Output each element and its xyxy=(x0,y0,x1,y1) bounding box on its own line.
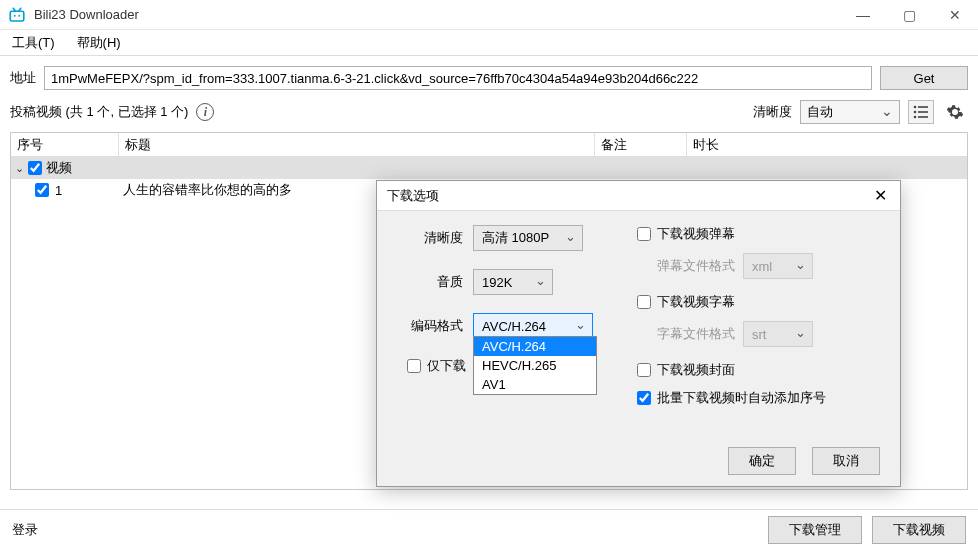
titlebar: Bili23 Downloader — ▢ ✕ xyxy=(0,0,978,30)
app-title: Bili23 Downloader xyxy=(34,7,139,22)
svg-point-5 xyxy=(914,111,917,114)
svg-rect-0 xyxy=(10,11,24,21)
subtitle-checkbox[interactable] xyxy=(637,295,651,309)
col-title[interactable]: 标题 xyxy=(119,133,595,156)
only-audio-label: 仅下载 xyxy=(427,357,466,375)
list-view-button[interactable] xyxy=(908,100,934,124)
address-row: 地址 Get xyxy=(0,56,978,96)
menubar: 工具(T) 帮助(H) xyxy=(0,30,978,56)
window-controls: — ▢ ✕ xyxy=(840,0,978,30)
danmu-fmt-combo: xml xyxy=(743,253,813,279)
dialog-clarity-value: 高清 1080P xyxy=(482,229,549,247)
item-seq: 1 xyxy=(55,183,62,198)
minimize-button[interactable]: — xyxy=(840,0,886,30)
bottom-bar: 登录 下载管理 下载视频 xyxy=(0,509,978,549)
batch-seq-checkbox[interactable] xyxy=(637,391,651,405)
batch-seq-label: 批量下载视频时自动添加序号 xyxy=(657,389,826,407)
codec-option[interactable]: AVC/H.264 xyxy=(474,337,596,356)
dialog-clarity-label: 清晰度 xyxy=(407,229,463,247)
address-label: 地址 xyxy=(10,69,36,87)
only-audio-checkbox[interactable] xyxy=(407,359,421,373)
col-seq[interactable]: 序号 xyxy=(11,133,119,156)
dialog-title: 下载选项 xyxy=(387,187,439,205)
subtitle-fmt-combo: srt xyxy=(743,321,813,347)
codec-option[interactable]: HEVC/H.265 xyxy=(474,356,596,375)
maximize-button[interactable]: ▢ xyxy=(886,0,932,30)
cancel-button[interactable]: 取消 xyxy=(812,447,880,475)
danmu-label: 下载视频弹幕 xyxy=(657,225,735,243)
app-icon xyxy=(8,6,26,24)
dialog-body: 清晰度 高清 1080P 音质 192K 编码格式 AVC/H.264 仅下载 … xyxy=(377,211,900,436)
col-note[interactable]: 备注 xyxy=(595,133,687,156)
ok-button[interactable]: 确定 xyxy=(728,447,796,475)
group-row[interactable]: ⌄ 视频 xyxy=(11,157,967,179)
dialog-footer: 确定 取消 xyxy=(377,436,900,486)
dialog-audio-value: 192K xyxy=(482,275,512,290)
group-label: 视频 xyxy=(46,159,72,177)
download-video-button[interactable]: 下载视频 xyxy=(872,516,966,544)
group-checkbox[interactable] xyxy=(28,161,42,175)
clarity-label: 清晰度 xyxy=(753,103,792,121)
video-summary: 投稿视频 (共 1 个, 已选择 1 个) xyxy=(10,103,188,121)
codec-dropdown-list: AVC/H.264 HEVC/H.265 AV1 xyxy=(473,336,597,395)
dialog-close-button[interactable]: ✕ xyxy=(860,181,900,211)
address-input[interactable] xyxy=(44,66,872,90)
svg-rect-8 xyxy=(918,116,928,118)
danmu-fmt-value: xml xyxy=(752,259,772,274)
info-icon[interactable]: i xyxy=(196,103,214,121)
cover-label: 下载视频封面 xyxy=(657,361,735,379)
dialog-codec-value: AVC/H.264 xyxy=(482,319,546,334)
svg-rect-6 xyxy=(918,111,928,113)
dialog-codec-label: 编码格式 xyxy=(407,317,463,335)
svg-point-7 xyxy=(914,116,917,119)
dialog-clarity-combo[interactable]: 高清 1080P xyxy=(473,225,583,251)
subtitle-fmt-value: srt xyxy=(752,327,766,342)
dialog-titlebar: 下载选项 ✕ xyxy=(377,181,900,211)
download-options-dialog: 下载选项 ✕ 清晰度 高清 1080P 音质 192K 编码格式 AVC/H.2… xyxy=(376,180,901,487)
danmu-fmt-label: 弹幕文件格式 xyxy=(657,257,735,275)
codec-option[interactable]: AV1 xyxy=(474,375,596,394)
clarity-value: 自动 xyxy=(807,103,833,121)
list-header: 序号 标题 备注 时长 xyxy=(11,133,967,157)
item-checkbox[interactable] xyxy=(35,183,49,197)
danmu-checkbox[interactable] xyxy=(637,227,651,241)
login-link[interactable]: 登录 xyxy=(12,521,38,539)
svg-point-1 xyxy=(14,14,16,16)
item-title: 人生的容错率比你想的高的多 xyxy=(123,181,292,199)
close-button[interactable]: ✕ xyxy=(932,0,978,30)
menu-help[interactable]: 帮助(H) xyxy=(71,32,127,54)
menu-tools[interactable]: 工具(T) xyxy=(6,32,61,54)
svg-point-2 xyxy=(18,14,20,16)
svg-rect-4 xyxy=(918,106,928,108)
cover-checkbox[interactable] xyxy=(637,363,651,377)
info-row: 投稿视频 (共 1 个, 已选择 1 个) i 清晰度 自动 xyxy=(0,96,978,132)
col-dur[interactable]: 时长 xyxy=(687,133,967,156)
subtitle-fmt-label: 字幕文件格式 xyxy=(657,325,735,343)
svg-point-3 xyxy=(914,106,917,109)
dialog-audio-label: 音质 xyxy=(407,273,463,291)
get-button[interactable]: Get xyxy=(880,66,968,90)
dialog-audio-combo[interactable]: 192K xyxy=(473,269,553,295)
settings-button[interactable] xyxy=(942,100,968,124)
download-manage-button[interactable]: 下载管理 xyxy=(768,516,862,544)
subtitle-label: 下载视频字幕 xyxy=(657,293,735,311)
expand-icon[interactable]: ⌄ xyxy=(15,162,24,175)
clarity-combo[interactable]: 自动 xyxy=(800,100,900,124)
